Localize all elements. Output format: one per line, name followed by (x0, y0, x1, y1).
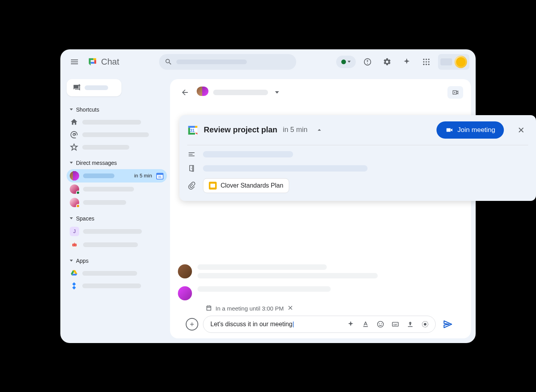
room-icon (187, 164, 196, 173)
at-icon (70, 130, 78, 139)
settings-button[interactable] (379, 54, 395, 70)
message-input[interactable]: Let's discuss it in our meeting (210, 321, 342, 328)
ai-sparkle-button[interactable] (399, 54, 415, 70)
video-icon (445, 126, 454, 134)
space-avatar: J (70, 227, 79, 236)
sidebar: Shortcuts Direct messages (60, 74, 170, 343)
meeting-banner-header: 31 Review project plan in 5 min Join mee… (179, 115, 536, 145)
close-banner-button[interactable] (514, 123, 528, 137)
event-attachment-row: Clover Standards Plan (187, 178, 528, 193)
meeting-banner: 31 Review project plan in 5 min Join mee… (179, 115, 536, 201)
video-call-button[interactable] (447, 86, 463, 99)
shortcut-home[interactable] (67, 116, 167, 128)
caret-down-icon (70, 260, 73, 262)
send-button[interactable] (440, 317, 455, 332)
svg-point-1 (426, 58, 427, 60)
search-box[interactable] (159, 54, 296, 70)
svg-point-0 (423, 58, 425, 60)
svg-point-14 (75, 244, 76, 245)
svg-rect-10 (157, 173, 163, 175)
caret-down-icon (70, 108, 73, 110)
space-item[interactable]: J (67, 225, 167, 238)
collapse-button[interactable] (313, 124, 326, 136)
chevron-down-icon[interactable] (275, 91, 279, 94)
dm-time-label: in 5 min (134, 173, 152, 179)
shortcut-mentions[interactable] (67, 128, 167, 141)
spaces-header[interactable]: Spaces (67, 212, 167, 225)
svg-point-24 (424, 323, 427, 325)
svg-text:31: 31 (190, 128, 195, 132)
message-list (178, 214, 463, 304)
status-pill[interactable] (336, 56, 356, 68)
gif-icon[interactable]: GIF (389, 318, 402, 331)
svg-rect-17 (210, 305, 210, 307)
svg-point-18 (378, 321, 384, 327)
sparkle-icon[interactable] (344, 318, 357, 331)
space-item[interactable] (67, 238, 167, 251)
emoji-icon[interactable] (374, 318, 387, 331)
slides-icon (209, 182, 217, 190)
message-input-pill[interactable]: Let's discuss it in our meeting GIF (203, 316, 436, 333)
chevron-down-icon (348, 61, 351, 63)
apps-header[interactable]: Apps (67, 255, 167, 267)
shortcuts-header[interactable]: Shortcuts (67, 103, 167, 116)
text-format-icon[interactable] (359, 318, 372, 331)
active-status-dot (341, 60, 346, 64)
event-description-row (187, 150, 528, 159)
user-avatar (178, 264, 192, 278)
back-button[interactable] (178, 85, 192, 99)
dm-item[interactable] (67, 196, 167, 209)
record-icon[interactable] (419, 318, 431, 331)
help-button[interactable] (360, 54, 375, 70)
dm-item[interactable] (67, 182, 167, 196)
app-title: Chat (101, 57, 119, 67)
direct-messages-header[interactable]: Direct messages (67, 157, 167, 169)
compose-row: Let's discuss it in our meeting GIF (186, 316, 455, 333)
svg-rect-16 (208, 305, 208, 307)
svg-point-7 (426, 63, 427, 65)
chat-title (213, 90, 268, 95)
user-avatar (70, 184, 79, 194)
app-item-jira[interactable] (67, 280, 167, 292)
topbar-right (336, 54, 469, 70)
svg-point-3 (423, 61, 425, 63)
new-chat-button[interactable] (67, 79, 121, 96)
event-time: in 5 min (283, 126, 308, 134)
svg-point-2 (428, 58, 430, 60)
chat-avatar (197, 87, 208, 98)
apps-launcher-button[interactable] (418, 54, 434, 70)
main-panel: In a meeting until 3:00 PM Let's discuss… (170, 74, 476, 343)
dismiss-status-button[interactable] (287, 304, 294, 313)
add-attachment-button[interactable] (186, 318, 198, 331)
account-switcher[interactable] (438, 54, 469, 70)
dm-item-selected[interactable]: in 5 min 31 (67, 169, 167, 182)
svg-point-20 (381, 323, 382, 324)
calendar-icon: 31 (187, 125, 198, 135)
app-item-drive[interactable] (67, 267, 167, 280)
attachment-chip[interactable]: Clover Standards Plan (203, 178, 289, 193)
user-avatar (178, 286, 192, 300)
drive-icon (70, 269, 78, 278)
meeting-status-chip: In a meeting until 3:00 PM (205, 304, 294, 313)
group-avatar (70, 171, 79, 181)
svg-text:GIF: GIF (393, 323, 397, 325)
compose-area: In a meeting until 3:00 PM Let's discuss… (178, 304, 463, 333)
jira-icon (70, 282, 78, 290)
message (178, 286, 463, 300)
star-icon (70, 143, 78, 152)
svg-point-8 (428, 63, 430, 65)
notes-icon (187, 150, 196, 159)
main-menu-button[interactable] (67, 54, 82, 70)
svg-rect-12 (72, 244, 77, 246)
svg-point-13 (73, 244, 74, 245)
caret-down-icon (70, 162, 73, 164)
chat-header (178, 85, 463, 100)
new-chat-icon (72, 83, 81, 92)
upload-icon[interactable] (404, 318, 416, 331)
shortcut-starred[interactable] (67, 141, 167, 154)
account-avatar (455, 56, 467, 68)
join-meeting-button[interactable]: Join meeting (436, 121, 504, 139)
app-logo: Chat (87, 56, 119, 67)
chat-logo-icon (87, 56, 98, 67)
search-icon (165, 58, 172, 66)
